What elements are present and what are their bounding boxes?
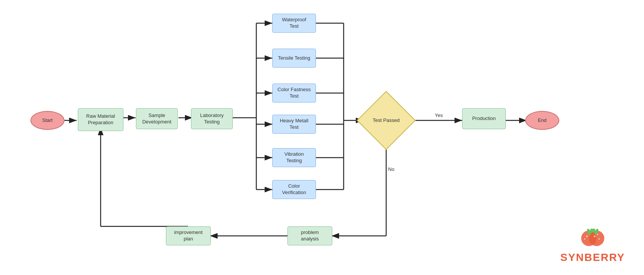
sample-dev-label: SampleDevelopment	[142, 112, 172, 125]
color-verif-label: ColorVerification	[282, 183, 306, 196]
test-passed-label: Test Passed	[373, 117, 400, 124]
heavy-metal-node: Heavy MetallTest	[272, 115, 316, 134]
svg-text:No: No	[388, 166, 395, 172]
synberry-logo: SYNBERRY	[560, 229, 625, 264]
end-label: End	[538, 117, 546, 124]
heavy-metal-label: Heavy MetallTest	[280, 118, 308, 131]
color-fastness-label: Color FastnessTest	[278, 87, 311, 100]
vibration-label: VibrationTesting	[284, 151, 304, 164]
sample-dev-node: SampleDevelopment	[136, 108, 178, 129]
production-label: Production	[472, 115, 496, 122]
tensile-label: Tensile Testing	[278, 55, 310, 62]
problem-analysis-node: problemanalysis	[287, 226, 332, 245]
start-node: Start	[30, 111, 65, 130]
svg-text:Yes: Yes	[435, 112, 443, 118]
lab-testing-node: LaboratoryTesting	[191, 108, 233, 129]
raw-material-label: Raw MaterialPreparation	[86, 113, 115, 126]
synberry-icon	[579, 229, 606, 250]
improvement-plan-label: improvementplan	[174, 229, 202, 242]
svg-point-34	[594, 235, 595, 237]
color-verif-node: ColorVerification	[272, 180, 316, 199]
end-node: End	[525, 111, 559, 130]
production-node: Production	[462, 108, 506, 129]
svg-point-31	[586, 235, 587, 237]
improvement-plan-node: improvementplan	[166, 226, 211, 245]
tensile-node: Tensile Testing	[272, 49, 316, 68]
svg-point-33	[584, 238, 585, 239]
lab-testing-label: LaboratoryTesting	[200, 112, 224, 125]
vibration-node: VibrationTesting	[272, 148, 316, 167]
waterproof-node: WaterproofTest	[272, 14, 316, 33]
problem-analysis-label: problemanalysis	[301, 229, 319, 242]
synberry-text: SYNBERRY	[560, 251, 625, 264]
test-passed-node: Test Passed	[363, 100, 409, 141]
waterproof-label: WaterproofTest	[282, 17, 306, 30]
raw-material-node: Raw MaterialPreparation	[78, 108, 123, 131]
svg-point-36	[598, 238, 600, 239]
color-fastness-node: Color FastnessTest	[272, 84, 316, 103]
start-label: Start	[42, 117, 52, 124]
